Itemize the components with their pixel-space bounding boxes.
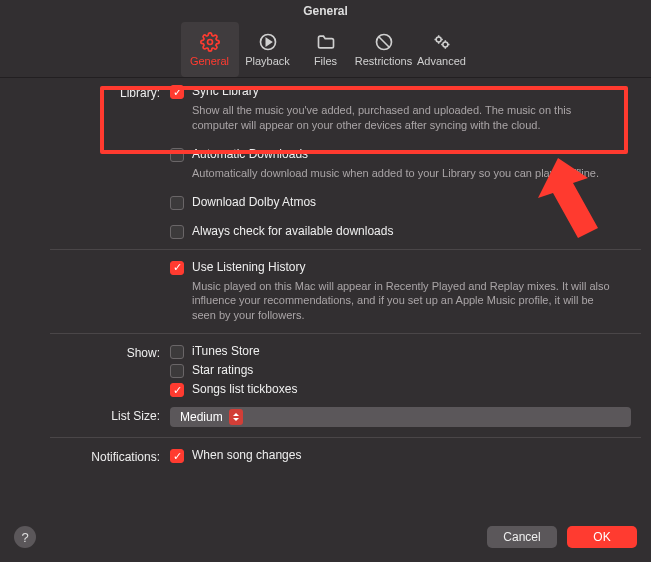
empty-label <box>10 260 170 262</box>
download-dolby-atmos-checkbox[interactable] <box>170 196 184 210</box>
play-icon <box>258 32 278 52</box>
divider <box>50 249 641 250</box>
gear-icon <box>200 32 220 52</box>
automatic-downloads-label: Automatic Downloads <box>192 147 308 161</box>
question-icon: ? <box>21 530 28 545</box>
star-ratings-label: Star ratings <box>192 363 253 377</box>
when-song-changes-checkbox[interactable] <box>170 449 184 463</box>
itunes-store-checkbox[interactable] <box>170 345 184 359</box>
svg-marker-2 <box>266 39 271 46</box>
tab-files[interactable]: Files <box>297 22 355 77</box>
notifications-section-label: Notifications: <box>10 448 170 464</box>
songs-list-tickboxes-label: Songs list tickboxes <box>192 382 297 396</box>
automatic-downloads-description: Automatically download music when added … <box>170 166 631 181</box>
itunes-store-label: iTunes Store <box>192 344 260 358</box>
stepper-icon <box>229 409 243 425</box>
ok-button[interactable]: OK <box>567 526 637 548</box>
tab-general[interactable]: General <box>181 22 239 77</box>
listening-history-checkbox[interactable] <box>170 261 184 275</box>
tab-advanced[interactable]: Advanced <box>413 22 471 77</box>
automatic-downloads-checkbox[interactable] <box>170 148 184 162</box>
tab-label: Restrictions <box>355 55 412 67</box>
listening-history-label: Use Listening History <box>192 260 305 274</box>
divider <box>50 437 641 438</box>
tab-restrictions[interactable]: Restrictions <box>355 22 413 77</box>
tab-label: General <box>190 55 229 67</box>
gears-icon <box>432 32 452 52</box>
tab-playback[interactable]: Playback <box>239 22 297 77</box>
listening-history-description: Music played on this Mac will appear in … <box>170 279 631 324</box>
svg-point-0 <box>207 40 212 45</box>
list-size-value: Medium <box>180 410 223 424</box>
svg-point-6 <box>442 42 447 47</box>
list-size-label: List Size: <box>10 407 170 423</box>
library-section-label: Library: <box>10 84 170 100</box>
check-available-downloads-label: Always check for available downloads <box>192 224 393 238</box>
list-size-select[interactable]: Medium <box>170 407 631 427</box>
ok-label: OK <box>593 530 610 544</box>
sync-library-label: Sync Library <box>192 84 259 98</box>
window-title: General <box>0 0 651 22</box>
no-entry-icon <box>374 32 394 52</box>
tab-label: Files <box>314 55 337 67</box>
cancel-button[interactable]: Cancel <box>487 526 557 548</box>
when-song-changes-label: When song changes <box>192 448 301 462</box>
divider <box>50 333 641 334</box>
content-panel: Library: Sync Library Show all the music… <box>10 82 641 512</box>
preferences-toolbar: General Playback Files Restrictions Adva… <box>0 22 651 78</box>
svg-line-4 <box>379 37 389 47</box>
sync-library-description: Show all the music you've added, purchas… <box>170 103 631 133</box>
svg-point-5 <box>436 37 441 42</box>
footer: ? Cancel OK <box>0 512 651 562</box>
folder-icon <box>316 32 336 52</box>
tab-label: Playback <box>245 55 290 67</box>
sync-library-checkbox[interactable] <box>170 85 184 99</box>
star-ratings-checkbox[interactable] <box>170 364 184 378</box>
help-button[interactable]: ? <box>14 526 36 548</box>
songs-list-tickboxes-checkbox[interactable] <box>170 383 184 397</box>
download-dolby-atmos-label: Download Dolby Atmos <box>192 195 316 209</box>
tab-label: Advanced <box>417 55 466 67</box>
cancel-label: Cancel <box>503 530 540 544</box>
check-available-downloads-checkbox[interactable] <box>170 225 184 239</box>
show-section-label: Show: <box>10 344 170 360</box>
